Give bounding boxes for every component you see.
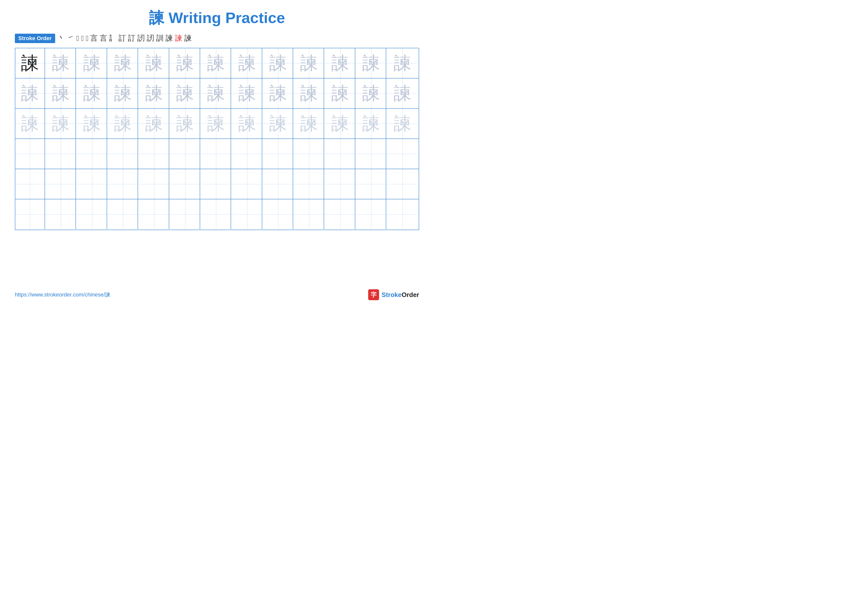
grid-cell[interactable] — [140, 169, 169, 199]
grid-cell[interactable]: 諫 — [232, 109, 262, 138]
grid-cell[interactable]: 諫 — [356, 48, 386, 78]
practice-char: 諫 — [207, 84, 225, 102]
grid-cell[interactable] — [170, 199, 200, 229]
grid-cell[interactable] — [16, 199, 45, 229]
grid-cell[interactable]: 諫 — [46, 79, 76, 108]
grid-cell[interactable]: 諫 — [264, 79, 293, 108]
stroke-3: 𠃋 — [76, 34, 79, 43]
grid-cell[interactable]: 諫 — [78, 48, 107, 78]
grid-cell[interactable]: 諫 — [78, 109, 107, 138]
grid-cell[interactable] — [294, 199, 324, 229]
grid-cell[interactable] — [326, 169, 355, 199]
grid-cell[interactable] — [388, 139, 417, 169]
grid-cell[interactable] — [78, 139, 107, 169]
grid-cell[interactable]: 諫 — [294, 79, 324, 108]
grid-cell[interactable] — [232, 199, 262, 229]
grid-cell[interactable] — [202, 169, 231, 199]
grid-cell[interactable]: 諫 — [170, 79, 200, 108]
grid-cell[interactable]: 諫 — [264, 109, 293, 138]
grid-cell[interactable]: 諫 — [140, 109, 169, 138]
page-title: 諫 Writing Practice — [15, 8, 419, 28]
grid-cell[interactable] — [294, 169, 324, 199]
grid-cell[interactable] — [170, 139, 200, 169]
grid-cell[interactable] — [356, 199, 386, 229]
practice-char: 諫 — [207, 54, 225, 72]
grid-cell[interactable] — [356, 139, 386, 169]
grid-cell[interactable]: 諫 — [78, 79, 107, 108]
grid-cell[interactable]: 諫 — [388, 79, 417, 108]
practice-char: 諫 — [300, 115, 318, 132]
grid-cell[interactable] — [264, 139, 293, 169]
practice-char: 諫 — [83, 84, 101, 102]
footer-logo-icon: 字 — [368, 289, 379, 300]
grid-cell[interactable] — [388, 199, 417, 229]
grid-cell[interactable] — [202, 139, 231, 169]
grid-cell[interactable]: 諫 — [170, 48, 200, 78]
grid-cell[interactable]: 諫 — [108, 109, 138, 138]
practice-char: 諫 — [331, 84, 349, 102]
grid-cell[interactable] — [108, 169, 138, 199]
grid-cell[interactable] — [46, 169, 76, 199]
grid-cell[interactable] — [16, 139, 45, 169]
grid-cell[interactable]: 諫 — [232, 48, 262, 78]
grid-cell[interactable]: 諫 — [108, 48, 138, 78]
grid-cell[interactable]: 諫 — [326, 79, 355, 108]
grid-cell[interactable]: 諫 — [202, 79, 231, 108]
grid-cell[interactable] — [46, 199, 76, 229]
grid-cell[interactable] — [108, 139, 138, 169]
grid-cell[interactable]: 諫 — [46, 109, 76, 138]
grid-cell[interactable]: 諫 — [326, 109, 355, 138]
grid-cell[interactable]: 諫 — [202, 109, 231, 138]
practice-char: 諫 — [145, 54, 163, 72]
grid-cell[interactable]: 諫 — [46, 48, 76, 78]
grid-cell[interactable]: 諫 — [16, 48, 45, 78]
grid-cell[interactable]: 諫 — [388, 48, 417, 78]
grid-cell[interactable] — [356, 169, 386, 199]
grid-cell[interactable]: 諫 — [294, 109, 324, 138]
grid-cell[interactable] — [170, 169, 200, 199]
grid-cell[interactable] — [264, 199, 293, 229]
grid-cell[interactable]: 諫 — [388, 109, 417, 138]
grid-cell[interactable] — [294, 139, 324, 169]
practice-char: 諫 — [207, 115, 225, 132]
grid-cell[interactable] — [202, 199, 231, 229]
grid-cell[interactable] — [326, 139, 355, 169]
grid-cell[interactable] — [78, 169, 107, 199]
grid-cell[interactable] — [140, 139, 169, 169]
stroke-10: 訂 — [128, 33, 135, 44]
grid-cell[interactable] — [326, 199, 355, 229]
grid-cell[interactable]: 諫 — [264, 48, 293, 78]
grid-cell[interactable]: 諫 — [356, 109, 386, 138]
grid-cell[interactable] — [264, 169, 293, 199]
grid-cell[interactable]: 諫 — [140, 79, 169, 108]
grid-cell[interactable] — [46, 139, 76, 169]
grid-cell[interactable] — [108, 199, 138, 229]
brand-stroke: Stroke — [381, 291, 401, 298]
grid-cell[interactable]: 諫 — [202, 48, 231, 78]
grid-cell[interactable] — [16, 169, 45, 199]
grid-cell[interactable] — [78, 199, 107, 229]
practice-char: 諫 — [145, 115, 163, 132]
grid-cell[interactable]: 諫 — [356, 79, 386, 108]
grid-cell[interactable] — [140, 199, 169, 229]
grid-cell[interactable]: 諫 — [326, 48, 355, 78]
grid-cell[interactable] — [232, 139, 262, 169]
grid-row-3: 諫 諫 諫 諫 諫 諫 諫 諫 諫 諫 諫 諫 諫 — [16, 109, 418, 139]
grid-cell[interactable]: 諫 — [16, 79, 45, 108]
practice-char: 諫 — [114, 54, 132, 72]
stroke-8: 訁 — [109, 33, 116, 44]
grid-cell[interactable]: 諫 — [170, 109, 200, 138]
practice-char: 諫 — [300, 54, 318, 72]
grid-cell[interactable]: 諫 — [140, 48, 169, 78]
practice-char: 諫 — [52, 84, 70, 102]
stroke-1: 丶 — [57, 33, 65, 44]
grid-cell[interactable]: 諫 — [294, 48, 324, 78]
stroke-6: 言 — [90, 33, 98, 44]
practice-char: 諫 — [83, 115, 101, 132]
grid-cell[interactable]: 諫 — [16, 109, 45, 138]
footer-url[interactable]: https://www.strokeorder.com/chinese/諫 — [15, 291, 110, 298]
grid-cell[interactable]: 諫 — [232, 79, 262, 108]
grid-cell[interactable] — [388, 169, 417, 199]
grid-cell[interactable] — [232, 169, 262, 199]
grid-cell[interactable]: 諫 — [108, 79, 138, 108]
